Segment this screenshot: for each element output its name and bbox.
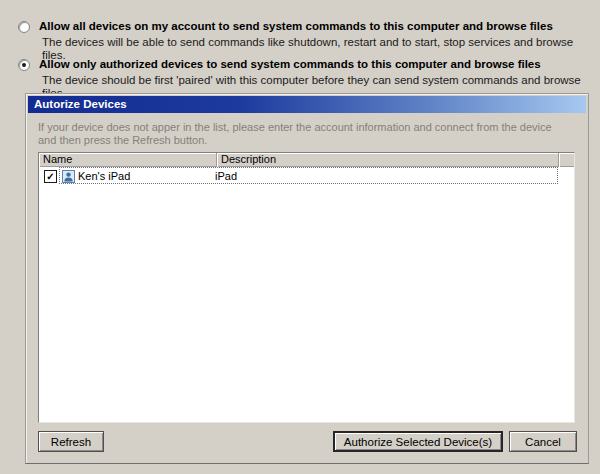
- device-row[interactable]: ✓ Ken's iPad iPad: [39, 168, 574, 184]
- device-description-cell: iPad: [215, 170, 237, 182]
- option-label: Allow all devices on my account to send …: [39, 20, 553, 33]
- device-name-cell: Ken's iPad: [78, 170, 215, 182]
- refresh-button[interactable]: Refresh: [38, 431, 104, 452]
- dialog-instruction: If your device does not apper in the lis…: [38, 121, 572, 147]
- cancel-button[interactable]: Cancel: [509, 431, 577, 452]
- radio-button-icon[interactable]: [18, 21, 30, 33]
- authorize-selected-button[interactable]: Authorize Selected Device(s): [333, 431, 503, 452]
- column-header-name[interactable]: Name: [39, 153, 217, 167]
- dialog-titlebar: Autorize Devices: [28, 96, 586, 113]
- radio-button-selected-icon[interactable]: [18, 59, 30, 71]
- authorize-devices-dialog: Autorize Devices If your device does not…: [25, 93, 589, 464]
- option-allow-all-devices[interactable]: Allow all devices on my account to send …: [18, 20, 590, 62]
- column-header-filler: [559, 153, 574, 167]
- device-checkbox[interactable]: ✓: [44, 170, 57, 183]
- device-icon: [62, 170, 75, 183]
- devices-list: Name Description ✓ Ken's iPad iPad: [38, 152, 575, 423]
- settings-screen: Allow all devices on my account to send …: [0, 0, 600, 474]
- button-row-spacer: [104, 431, 333, 452]
- column-header-description[interactable]: Description: [217, 153, 559, 167]
- option-label: Allow only authorized devices to send sy…: [39, 58, 541, 71]
- checkmark-icon: ✓: [46, 171, 54, 182]
- dialog-title: Autorize Devices: [34, 98, 127, 110]
- list-header: Name Description: [39, 153, 574, 167]
- dialog-button-row: Refresh Authorize Selected Device(s) Can…: [38, 431, 577, 452]
